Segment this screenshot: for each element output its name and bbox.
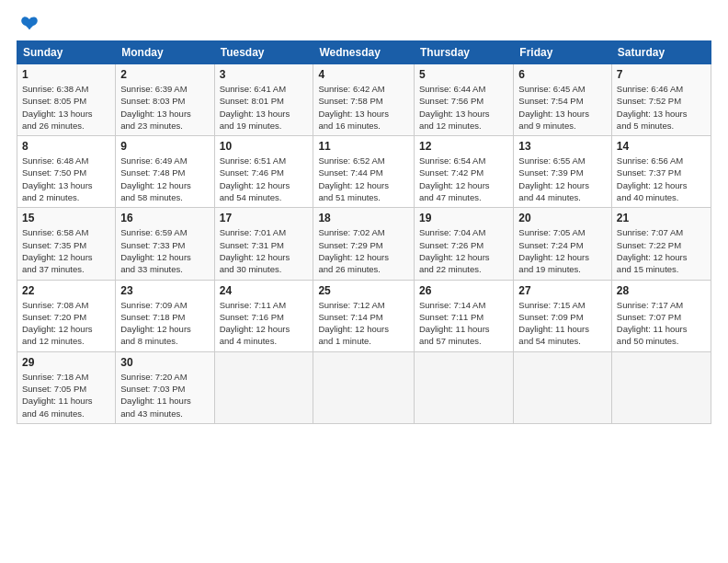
day-number: 15 — [22, 212, 110, 224]
table-row — [415, 351, 514, 423]
day-number: 27 — [518, 284, 607, 297]
day-number: 30 — [120, 356, 209, 369]
table-row: 11Sunrise: 6:52 AM Sunset: 7:44 PM Dayli… — [313, 136, 415, 208]
day-info: Sunrise: 7:20 AM Sunset: 7:03 PM Dayligh… — [120, 371, 209, 419]
table-row: 14Sunrise: 6:56 AM Sunset: 7:37 PM Dayli… — [611, 136, 711, 208]
table-row: 26Sunrise: 7:14 AM Sunset: 7:11 PM Dayli… — [415, 280, 514, 351]
table-row: 24Sunrise: 7:11 AM Sunset: 7:16 PM Dayli… — [214, 280, 313, 351]
table-row: 4Sunrise: 6:42 AM Sunset: 7:58 PM Daylig… — [313, 64, 415, 136]
header-tuesday: Tuesday — [214, 41, 313, 64]
day-info: Sunrise: 6:49 AM Sunset: 7:48 PM Dayligh… — [120, 155, 209, 203]
table-row: 30Sunrise: 7:20 AM Sunset: 7:03 PM Dayli… — [116, 351, 214, 423]
table-row — [514, 351, 612, 423]
day-number: 28 — [617, 284, 706, 297]
day-info: Sunrise: 7:07 AM Sunset: 7:22 PM Dayligh… — [617, 226, 706, 275]
day-number: 19 — [419, 212, 508, 224]
day-number: 11 — [318, 140, 409, 153]
day-info: Sunrise: 7:17 AM Sunset: 7:07 PM Dayligh… — [617, 299, 706, 348]
table-row: 6Sunrise: 6:45 AM Sunset: 7:54 PM Daylig… — [514, 64, 612, 136]
day-info: Sunrise: 6:38 AM Sunset: 8:05 PM Dayligh… — [22, 83, 110, 132]
table-row: 3Sunrise: 6:41 AM Sunset: 8:01 PM Daylig… — [214, 64, 313, 136]
day-info: Sunrise: 6:45 AM Sunset: 7:54 PM Dayligh… — [518, 83, 607, 132]
table-row: 16Sunrise: 6:59 AM Sunset: 7:33 PM Dayli… — [116, 208, 214, 280]
day-number: 9 — [120, 140, 209, 153]
table-row: 29Sunrise: 7:18 AM Sunset: 7:05 PM Dayli… — [17, 351, 116, 423]
header-wednesday: Wednesday — [313, 41, 415, 64]
day-info: Sunrise: 6:42 AM Sunset: 7:58 PM Dayligh… — [318, 83, 409, 132]
day-number: 13 — [518, 140, 607, 153]
weekday-header-row: Sunday Monday Tuesday Wednesday Thursday… — [17, 41, 711, 64]
table-row: 20Sunrise: 7:05 AM Sunset: 7:24 PM Dayli… — [514, 208, 612, 280]
day-info: Sunrise: 6:48 AM Sunset: 7:50 PM Dayligh… — [22, 155, 110, 203]
day-info: Sunrise: 6:59 AM Sunset: 7:33 PM Dayligh… — [120, 226, 209, 275]
table-row: 9Sunrise: 6:49 AM Sunset: 7:48 PM Daylig… — [116, 136, 214, 208]
table-row — [313, 351, 415, 423]
calendar-week-1: 8Sunrise: 6:48 AM Sunset: 7:50 PM Daylig… — [17, 136, 711, 208]
day-info: Sunrise: 6:39 AM Sunset: 8:03 PM Dayligh… — [120, 83, 209, 132]
day-info: Sunrise: 7:05 AM Sunset: 7:24 PM Dayligh… — [518, 226, 607, 275]
day-info: Sunrise: 6:41 AM Sunset: 8:01 PM Dayligh… — [220, 83, 309, 132]
day-number: 22 — [22, 284, 110, 297]
day-number: 23 — [120, 284, 209, 297]
day-number: 8 — [22, 140, 110, 153]
table-row: 27Sunrise: 7:15 AM Sunset: 7:09 PM Dayli… — [514, 280, 612, 351]
day-info: Sunrise: 6:51 AM Sunset: 7:46 PM Dayligh… — [220, 155, 309, 203]
calendar-week-3: 22Sunrise: 7:08 AM Sunset: 7:20 PM Dayli… — [17, 280, 711, 351]
day-number: 5 — [419, 68, 508, 81]
day-info: Sunrise: 6:44 AM Sunset: 7:56 PM Dayligh… — [419, 83, 508, 132]
header-saturday: Saturday — [611, 41, 711, 64]
day-info: Sunrise: 7:15 AM Sunset: 7:09 PM Dayligh… — [518, 299, 607, 348]
header-friday: Friday — [514, 41, 612, 64]
table-row: 12Sunrise: 6:54 AM Sunset: 7:42 PM Dayli… — [415, 136, 514, 208]
day-number: 14 — [617, 140, 706, 153]
day-number: 21 — [617, 212, 706, 224]
table-row: 1Sunrise: 6:38 AM Sunset: 8:05 PM Daylig… — [17, 64, 116, 136]
calendar-week-2: 15Sunrise: 6:58 AM Sunset: 7:35 PM Dayli… — [17, 208, 711, 280]
day-number: 24 — [220, 284, 309, 297]
page: Sunday Monday Tuesday Wednesday Thursday… — [0, 0, 728, 563]
day-number: 3 — [220, 68, 309, 81]
day-info: Sunrise: 6:54 AM Sunset: 7:42 PM Dayligh… — [419, 155, 508, 203]
day-number: 29 — [22, 356, 110, 369]
day-number: 20 — [518, 212, 607, 224]
day-number: 4 — [318, 68, 409, 81]
calendar-table: Sunday Monday Tuesday Wednesday Thursday… — [17, 40, 711, 424]
day-info: Sunrise: 7:12 AM Sunset: 7:14 PM Dayligh… — [318, 299, 409, 348]
day-number: 6 — [518, 68, 607, 81]
table-row: 21Sunrise: 7:07 AM Sunset: 7:22 PM Dayli… — [611, 208, 711, 280]
day-number: 25 — [318, 284, 409, 297]
day-info: Sunrise: 7:11 AM Sunset: 7:16 PM Dayligh… — [220, 299, 309, 348]
day-info: Sunrise: 6:55 AM Sunset: 7:39 PM Dayligh… — [518, 155, 607, 203]
table-row: 5Sunrise: 6:44 AM Sunset: 7:56 PM Daylig… — [415, 64, 514, 136]
header — [17, 17, 711, 31]
day-number: 16 — [120, 212, 209, 224]
table-row: 2Sunrise: 6:39 AM Sunset: 8:03 PM Daylig… — [116, 64, 214, 136]
table-row: 13Sunrise: 6:55 AM Sunset: 7:39 PM Dayli… — [514, 136, 612, 208]
logo-bird-icon — [18, 13, 40, 35]
day-info: Sunrise: 7:09 AM Sunset: 7:18 PM Dayligh… — [120, 299, 209, 348]
calendar-week-0: 1Sunrise: 6:38 AM Sunset: 8:05 PM Daylig… — [17, 64, 711, 136]
table-row — [611, 351, 711, 423]
table-row: 18Sunrise: 7:02 AM Sunset: 7:29 PM Dayli… — [313, 208, 415, 280]
table-row: 10Sunrise: 6:51 AM Sunset: 7:46 PM Dayli… — [214, 136, 313, 208]
day-info: Sunrise: 7:04 AM Sunset: 7:26 PM Dayligh… — [419, 226, 508, 275]
day-info: Sunrise: 7:14 AM Sunset: 7:11 PM Dayligh… — [419, 299, 508, 348]
header-monday: Monday — [116, 41, 214, 64]
table-row: 28Sunrise: 7:17 AM Sunset: 7:07 PM Dayli… — [611, 280, 711, 351]
day-number: 7 — [617, 68, 706, 81]
header-thursday: Thursday — [415, 41, 514, 64]
day-info: Sunrise: 6:58 AM Sunset: 7:35 PM Dayligh… — [22, 226, 110, 275]
table-row: 15Sunrise: 6:58 AM Sunset: 7:35 PM Dayli… — [17, 208, 116, 280]
day-info: Sunrise: 6:52 AM Sunset: 7:44 PM Dayligh… — [318, 155, 409, 203]
day-info: Sunrise: 7:01 AM Sunset: 7:31 PM Dayligh… — [220, 226, 309, 275]
table-row: 8Sunrise: 6:48 AM Sunset: 7:50 PM Daylig… — [17, 136, 116, 208]
day-number: 17 — [220, 212, 309, 224]
day-number: 18 — [318, 212, 409, 224]
table-row: 23Sunrise: 7:09 AM Sunset: 7:18 PM Dayli… — [116, 280, 214, 351]
day-info: Sunrise: 7:02 AM Sunset: 7:29 PM Dayligh… — [318, 226, 409, 275]
day-number: 26 — [419, 284, 508, 297]
day-info: Sunrise: 7:08 AM Sunset: 7:20 PM Dayligh… — [22, 299, 110, 348]
table-row: 17Sunrise: 7:01 AM Sunset: 7:31 PM Dayli… — [214, 208, 313, 280]
day-number: 1 — [22, 68, 110, 81]
table-row — [214, 351, 313, 423]
